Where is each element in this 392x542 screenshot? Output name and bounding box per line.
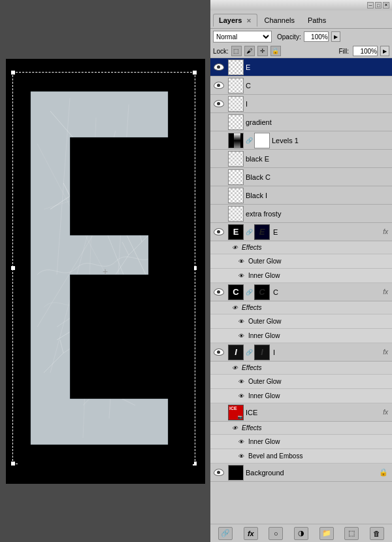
effect-eye-inner-glow-ICE[interactable]: 👁 — [237, 437, 246, 447]
lock-all-icon[interactable]: 🔒 — [270, 46, 281, 56]
tab-layers-close[interactable]: ✕ — [246, 18, 252, 24]
effect-name-outer-glow-E: Outer Glow — [248, 258, 282, 265]
eye-col-Clayer[interactable] — [212, 288, 226, 296]
effect-row-bevel-ICE[interactable]: 👁 Bevel and Emboss — [210, 449, 392, 464]
tab-layers[interactable]: Layers ✕ — [213, 14, 257, 27]
layer-mask-button[interactable]: ○ — [269, 527, 283, 540]
effects-eye-ICElayer[interactable]: 👁 — [230, 424, 239, 433]
minimize-button[interactable]: ─ — [367, 2, 374, 8]
effects-label-text-Clayer: Effects — [242, 304, 262, 311]
effect-eye-outer-glow-I[interactable]: 👁 — [237, 377, 246, 386]
effect-row-inner-glow-E[interactable]: 👁 Inner Glow — [210, 269, 392, 283]
effect-eye-outer-glow-E[interactable]: 👁 — [237, 257, 246, 266]
layer-name-background: Background — [246, 469, 379, 477]
thumb-Ilayer-mask: I — [254, 345, 270, 360]
layer-row-ICElayer[interactable]: ICE 📷 ICE fx — [210, 403, 392, 422]
layer-row-Clayer[interactable]: C 🔗 C C fx — [210, 283, 392, 301]
link-icon-Elayer: 🔗 — [246, 229, 252, 235]
lock-position-icon[interactable]: ✛ — [257, 46, 268, 56]
handle-ml[interactable] — [11, 266, 15, 270]
visibility-icon-Elayer[interactable] — [214, 228, 224, 235]
fill-arrow[interactable]: ▶ — [380, 46, 389, 56]
layer-name-blackE: black E — [246, 155, 391, 163]
thumb-Clayer-mask: C — [254, 284, 270, 300]
layer-row-blackE[interactable]: black E — [210, 150, 392, 168]
effect-name-inner-glow-ICE: Inner Glow — [248, 438, 280, 445]
blend-mode-select[interactable]: Normal Multiply Screen Overlay — [213, 31, 272, 42]
eye-col-I[interactable] — [212, 100, 226, 107]
close-button[interactable]: ✕ — [383, 2, 389, 8]
delete-layer-button[interactable]: 🗑 — [370, 527, 384, 540]
layers-list[interactable]: E C I gradient — [210, 58, 392, 524]
eye-col-Ilayer[interactable] — [212, 348, 226, 356]
effect-eye-inner-glow-I[interactable]: 👁 — [237, 392, 246, 401]
group-layers-button[interactable]: 📁 — [319, 527, 334, 540]
layer-row-extrafrosty[interactable]: extra frosty — [210, 205, 392, 223]
visibility-icon-E[interactable] — [214, 63, 224, 71]
adjustment-layer-button[interactable]: ◑ — [294, 527, 308, 540]
blend-row: Normal Multiply Screen Overlay Opacity: … — [210, 29, 392, 44]
effect-row-outer-glow-C[interactable]: 👁 Outer Glow — [210, 314, 392, 329]
effect-eye-outer-glow-C[interactable]: 👁 — [237, 317, 246, 326]
effect-row-outer-glow-I[interactable]: 👁 Outer Glow — [210, 375, 392, 389]
link-icon-Clayer: 🔗 — [246, 289, 252, 296]
effects-eye-Clayer[interactable]: 👁 — [230, 303, 239, 313]
layer-row-E[interactable]: E — [210, 58, 392, 76]
handle-tl[interactable] — [11, 71, 15, 75]
effect-row-inner-glow-I[interactable]: 👁 Inner Glow — [210, 389, 392, 403]
visibility-icon-background[interactable] — [214, 469, 224, 476]
layer-row-Ilayer[interactable]: I 🔗 I I fx — [210, 343, 392, 362]
effect-eye-inner-glow-C[interactable]: 👁 — [237, 331, 246, 341]
handle-bl[interactable] — [11, 462, 15, 466]
layer-style-button[interactable]: fx — [244, 527, 258, 540]
layer-row-levels1[interactable]: 🔗 Levels 1 — [210, 131, 392, 150]
eye-col-E[interactable] — [212, 63, 226, 71]
layer-row-blackI[interactable]: Black I — [210, 186, 392, 205]
tab-channels[interactable]: Channels — [259, 14, 301, 26]
opacity-input[interactable] — [304, 31, 329, 42]
effects-label-text-Elayer: Effects — [242, 244, 262, 251]
panel-title-bar: ─ □ ✕ — [210, 0, 392, 10]
thumb-blackI — [228, 188, 244, 203]
effects-label-Elayer: 👁 Effects — [210, 241, 392, 254]
visibility-icon-Clayer[interactable] — [214, 288, 224, 296]
fx-badge-Ilayer: fx — [383, 348, 388, 356]
effect-eye-bevel-ICE[interactable]: 👁 — [237, 452, 246, 461]
layer-name-Elayer: E — [273, 228, 383, 236]
lock-paint-icon[interactable]: 🖌 — [244, 46, 255, 56]
effects-eye-Elayer[interactable]: 👁 — [230, 243, 239, 252]
layer-name-blackC: Black C — [246, 173, 391, 181]
link-layers-button[interactable]: 🔗 — [218, 527, 233, 540]
effects-label-text-Ilayer: Effects — [242, 364, 262, 371]
eye-col-background[interactable] — [212, 469, 226, 476]
new-layer-button[interactable]: ⬚ — [344, 527, 359, 540]
layer-row-gradient[interactable]: gradient — [210, 113, 392, 131]
effect-row-outer-glow-E[interactable]: 👁 Outer Glow — [210, 254, 392, 269]
thumb-C — [228, 78, 244, 93]
effect-row-inner-glow-C[interactable]: 👁 Inner Glow — [210, 329, 392, 343]
effects-eye-Ilayer[interactable]: 👁 — [230, 364, 239, 373]
effect-name-outer-glow-C: Outer Glow — [248, 318, 282, 325]
layer-row-background[interactable]: Background 🔒 — [210, 464, 392, 482]
effect-eye-inner-glow-E[interactable]: 👁 — [237, 271, 246, 280]
thumb-E — [228, 59, 244, 75]
eye-col-Elayer[interactable] — [212, 228, 226, 235]
fill-input[interactable] — [353, 46, 378, 56]
thumb-Ilayer: I — [228, 345, 244, 360]
tab-paths[interactable]: Paths — [302, 14, 332, 26]
visibility-icon-C[interactable] — [214, 82, 224, 89]
visibility-icon-I[interactable] — [214, 100, 224, 107]
opacity-arrow[interactable]: ▶ — [331, 31, 340, 42]
layer-row-blackC[interactable]: Black C — [210, 168, 392, 186]
effect-row-inner-glow-ICE[interactable]: 👁 Inner Glow — [210, 435, 392, 449]
effect-name-inner-glow-E: Inner Glow — [248, 272, 280, 279]
layer-row-Elayer[interactable]: E 🔗 E E fx — [210, 223, 392, 241]
thumb-Clayer: C — [228, 284, 244, 300]
layer-row-I[interactable]: I — [210, 95, 392, 113]
maximize-button[interactable]: □ — [375, 2, 382, 8]
eye-col-C[interactable] — [212, 82, 226, 89]
layer-row-C[interactable]: C — [210, 76, 392, 95]
handle-tr[interactable] — [193, 71, 197, 75]
visibility-icon-Ilayer[interactable] — [214, 348, 224, 356]
lock-transparent-icon[interactable]: ⬚ — [231, 46, 242, 56]
